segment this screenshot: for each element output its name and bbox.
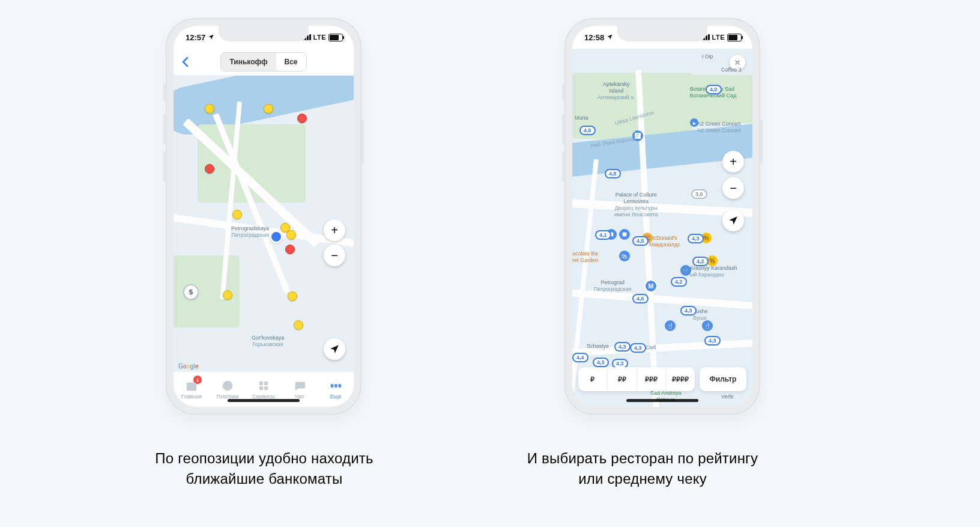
price-2[interactable]: ₽₽ [608,367,637,391]
svg-rect-0 [187,384,197,391]
user-location-pin [270,230,283,243]
zoom-in-button[interactable]: + [324,219,345,241]
landmark-mona: Mona [575,115,588,121]
location-icon [208,33,214,42]
landmark-schastye: Schastye [587,343,609,350]
poi-icon[interactable]: 🍴 [665,320,676,331]
rating-pill[interactable]: 4,3 [630,343,646,353]
rating-pill[interactable]: 4,4 [572,353,588,362]
segment-tinkoff[interactable]: Тинькофф [221,53,276,71]
atm-pin[interactable] [286,230,296,240]
poi-icon[interactable]: 🛍 [619,251,630,261]
landmark-petrograd: PetrogradПетроградская [594,279,631,293]
svg-point-2 [223,381,233,391]
svg-rect-5 [259,386,263,390]
svg-rect-7 [331,384,334,388]
location-icon [606,33,613,42]
landmark-coffee3: Coffee 3 [721,67,742,73]
landmark-idip: I Dip [702,53,713,60]
poi-icon[interactable]: 🍴 [702,320,713,331]
network-label: LTE [313,34,326,41]
caption-atm: По геопозиции удобно находить ближайшие … [108,448,420,489]
price-3[interactable]: ₽₽₽ [637,367,667,391]
phone-notch [617,26,707,41]
svg-rect-9 [339,384,342,388]
station-label: PetrogradskayaПетроградская [231,225,269,239]
network-label: LTE [712,34,725,41]
home-indicator [228,399,300,402]
tab-home-badge: 1 [193,375,202,385]
status-time: 12:58 [584,33,604,42]
segment-all[interactable]: Все [276,53,306,71]
rating-pill[interactable]: 4,2 [671,277,687,287]
rating-pill[interactable]: 4,0 [706,85,722,94]
price-4[interactable]: ₽₽₽₽ [666,367,695,391]
landmark-aptekarsky: AptekarskyIslandАптекарский о. [597,81,635,101]
filter-button[interactable]: Фильтр [700,367,746,391]
price-1[interactable]: ₽ [578,367,608,391]
caption-restaurants: И выбирать ресторан по рейтингу или сред… [486,448,799,489]
rating-pill[interactable]: 4,2 [692,257,709,266]
provider-segmented[interactable]: Тинькофф Все [220,52,306,72]
atm-pin[interactable] [264,104,273,114]
rating-pill[interactable]: 4,6 [579,126,596,135]
price-filter-row: ₽ ₽₽ ₽₽₽ ₽₽₽₽ Фильтр [578,367,746,391]
tab-home[interactable]: 1 Главная [174,372,210,407]
atm-pin[interactable] [294,320,303,330]
map-attribution: Google [178,363,199,370]
rating-pill[interactable]: 4,3 [704,336,721,346]
zoom-in-button[interactable]: + [722,151,744,172]
rating-pill[interactable]: 4,1 [595,230,611,240]
price-segmented[interactable]: ₽ ₽₽ ₽₽₽ ₽₽₽₽ [578,367,695,391]
rating-pill[interactable]: 4,5 [632,236,649,246]
chat-icon [293,379,306,392]
metro-icon[interactable]: M [644,279,658,293]
svg-rect-3 [259,382,263,385]
poi-icon[interactable]: 🛒 [680,265,691,276]
station2-label: Gor'kovskayaГорьковская [252,335,284,348]
landmark-verle: Verle [721,394,734,400]
atm-cluster[interactable]: 5 [183,284,199,300]
atm-pin[interactable] [223,290,232,300]
svg-rect-6 [264,386,268,390]
restaurant-map[interactable]: AptekarskyIslandАптекарский о. Mona Bota… [572,49,752,407]
discount-icon[interactable]: % [707,255,718,266]
tab-more[interactable]: Еще [318,372,354,407]
payments-icon [221,379,234,392]
atm-pin[interactable] [285,245,295,254]
atm-map[interactable]: PetrogradskayaПетроградская Gor'kovskaya… [174,75,354,372]
home-icon: 1 [185,379,198,392]
battery-icon [328,34,343,41]
back-button[interactable] [178,55,193,69]
poi-icon[interactable]: 🅿 [632,130,643,141]
locate-button[interactable] [722,210,744,231]
phone-notch [219,26,309,41]
phone-mockup-atm: 12:57 LTE Тинькофф Все [166,18,361,415]
atm-pin[interactable] [205,164,214,174]
rating-pill[interactable]: 4,3 [688,234,704,243]
poi-icon[interactable] [619,229,630,240]
rating-pill[interactable]: 4,8 [605,169,621,178]
atm-header: Тинькофф Все [174,49,354,76]
rating-pill[interactable]: 4,3 [593,358,609,367]
rating-pill[interactable]: 4,6 [632,294,649,303]
status-time: 12:57 [186,33,205,42]
svg-rect-11 [623,233,627,237]
zoom-out-button[interactable]: − [722,177,744,199]
rating-pill[interactable]: 3,6 [691,189,707,199]
phone-mockup-restaurants: 12:58 LTE AptekarskyIsl [564,18,760,415]
atm-pin[interactable] [288,291,297,301]
rating-pill[interactable]: 4,3 [680,306,697,315]
poi-icon[interactable]: ▸ [690,118,698,127]
atm-pin[interactable] [232,210,242,219]
svg-rect-4 [264,382,268,385]
atm-pin[interactable] [205,104,214,114]
atm-pin[interactable] [297,114,307,123]
rating-pill[interactable]: 4,3 [614,342,631,352]
landmark-civil: Civil [646,344,656,351]
locate-button[interactable] [324,338,345,360]
landmark-a2: A2 Green ConcertA2 Green Concert [697,121,741,134]
landmark-chocolate: ocolate Baret Garden [572,251,598,264]
zoom-out-button[interactable]: − [324,245,345,266]
more-icon [329,379,342,392]
